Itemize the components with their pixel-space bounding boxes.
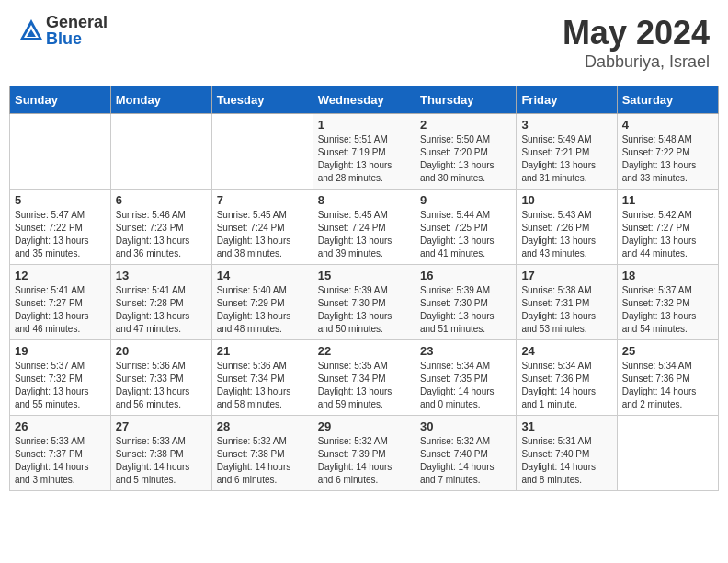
calendar-cell: 11Sunrise: 5:42 AMSunset: 7:27 PMDayligh…: [617, 190, 718, 265]
day-number: 24: [521, 344, 611, 358]
calendar-cell: 17Sunrise: 5:38 AMSunset: 7:31 PMDayligh…: [517, 265, 617, 340]
day-info: Sunrise: 5:32 AMSunset: 7:38 PMDaylight:…: [217, 435, 308, 487]
calendar-cell: 22Sunrise: 5:35 AMSunset: 7:34 PMDayligh…: [313, 340, 415, 416]
day-number: 26: [15, 419, 106, 433]
title-block: May 2024 Dabburiya, Israel: [563, 14, 710, 72]
calendar-week-1: 1Sunrise: 5:51 AMSunset: 7:19 PMDaylight…: [10, 114, 719, 190]
day-info: Sunrise: 5:40 AMSunset: 7:29 PMDaylight:…: [217, 284, 308, 336]
day-number: 20: [116, 344, 207, 358]
day-info: Sunrise: 5:47 AMSunset: 7:22 PMDaylight:…: [15, 209, 106, 260]
calendar-cell: 2Sunrise: 5:50 AMSunset: 7:20 PMDaylight…: [415, 114, 516, 190]
calendar-cell: 20Sunrise: 5:36 AMSunset: 7:33 PMDayligh…: [110, 340, 211, 416]
day-info: Sunrise: 5:42 AMSunset: 7:27 PMDaylight:…: [622, 209, 713, 260]
logo-icon: [18, 17, 44, 43]
day-info: Sunrise: 5:39 AMSunset: 7:30 PMDaylight:…: [420, 284, 511, 336]
header-thursday: Thursday: [415, 86, 516, 114]
day-number: 27: [116, 419, 207, 433]
day-info: Sunrise: 5:34 AMSunset: 7:36 PMDaylight:…: [622, 360, 713, 411]
day-number: 18: [622, 269, 713, 282]
day-info: Sunrise: 5:36 AMSunset: 7:34 PMDaylight:…: [217, 360, 308, 411]
day-info: Sunrise: 5:34 AMSunset: 7:36 PMDaylight:…: [521, 360, 611, 411]
day-info: Sunrise: 5:50 AMSunset: 7:20 PMDaylight:…: [420, 133, 511, 185]
day-info: Sunrise: 5:45 AMSunset: 7:24 PMDaylight:…: [217, 209, 308, 260]
calendar-cell: 6Sunrise: 5:46 AMSunset: 7:23 PMDaylight…: [110, 190, 211, 265]
day-number: 15: [318, 269, 410, 282]
calendar-cell: [617, 416, 718, 491]
calendar-cell: 31Sunrise: 5:31 AMSunset: 7:40 PMDayligh…: [517, 416, 617, 491]
calendar-week-2: 5Sunrise: 5:47 AMSunset: 7:22 PMDaylight…: [10, 190, 719, 265]
day-number: 23: [420, 344, 511, 358]
day-number: 2: [420, 118, 511, 132]
day-info: Sunrise: 5:39 AMSunset: 7:30 PMDaylight:…: [318, 284, 410, 336]
title-location: Dabburiya, Israel: [563, 52, 710, 72]
calendar-cell: 14Sunrise: 5:40 AMSunset: 7:29 PMDayligh…: [211, 265, 313, 340]
day-number: 9: [420, 193, 511, 207]
calendar-table: Sunday Monday Tuesday Wednesday Thursday…: [9, 86, 719, 491]
day-number: 22: [318, 344, 410, 358]
day-info: Sunrise: 5:49 AMSunset: 7:21 PMDaylight:…: [521, 133, 611, 185]
calendar-cell: 29Sunrise: 5:32 AMSunset: 7:39 PMDayligh…: [313, 416, 415, 491]
day-number: 29: [318, 419, 410, 433]
day-number: 7: [217, 193, 308, 207]
day-info: Sunrise: 5:41 AMSunset: 7:28 PMDaylight:…: [116, 284, 207, 336]
calendar-cell: 1Sunrise: 5:51 AMSunset: 7:19 PMDaylight…: [313, 114, 415, 190]
calendar-cell: [110, 114, 211, 190]
day-number: 10: [521, 193, 611, 207]
weekday-header-row: Sunday Monday Tuesday Wednesday Thursday…: [10, 86, 719, 114]
day-number: 4: [622, 118, 713, 132]
day-info: Sunrise: 5:32 AMSunset: 7:39 PMDaylight:…: [318, 435, 410, 487]
day-info: Sunrise: 5:51 AMSunset: 7:19 PMDaylight:…: [318, 133, 410, 185]
day-info: Sunrise: 5:45 AMSunset: 7:24 PMDaylight:…: [318, 209, 410, 260]
title-month: May 2024: [563, 14, 710, 52]
day-number: 31: [521, 419, 611, 433]
calendar-cell: 19Sunrise: 5:37 AMSunset: 7:32 PMDayligh…: [10, 340, 111, 416]
logo-general: General: [46, 14, 108, 30]
header-tuesday: Tuesday: [211, 86, 313, 114]
calendar-cell: 13Sunrise: 5:41 AMSunset: 7:28 PMDayligh…: [110, 265, 211, 340]
header-wednesday: Wednesday: [313, 86, 415, 114]
calendar-cell: 9Sunrise: 5:44 AMSunset: 7:25 PMDaylight…: [415, 190, 516, 265]
calendar-cell: 28Sunrise: 5:32 AMSunset: 7:38 PMDayligh…: [211, 416, 313, 491]
day-number: 11: [622, 193, 713, 207]
logo-blue: Blue: [46, 30, 108, 47]
calendar-cell: 7Sunrise: 5:45 AMSunset: 7:24 PMDaylight…: [211, 190, 313, 265]
calendar-cell: 23Sunrise: 5:34 AMSunset: 7:35 PMDayligh…: [415, 340, 516, 416]
calendar-cell: [211, 114, 313, 190]
day-number: 21: [217, 344, 308, 358]
day-number: 8: [318, 193, 410, 207]
calendar-cell: 24Sunrise: 5:34 AMSunset: 7:36 PMDayligh…: [517, 340, 617, 416]
day-number: 12: [15, 269, 106, 282]
day-number: 6: [116, 193, 207, 207]
logo: General Blue: [18, 14, 108, 47]
calendar-cell: 21Sunrise: 5:36 AMSunset: 7:34 PMDayligh…: [211, 340, 313, 416]
day-info: Sunrise: 5:43 AMSunset: 7:26 PMDaylight:…: [521, 209, 611, 260]
calendar-cell: 30Sunrise: 5:32 AMSunset: 7:40 PMDayligh…: [415, 416, 516, 491]
day-number: 14: [217, 269, 308, 282]
day-number: 28: [217, 419, 308, 433]
day-info: Sunrise: 5:32 AMSunset: 7:40 PMDaylight:…: [420, 435, 511, 487]
calendar-cell: [10, 114, 111, 190]
day-number: 17: [521, 269, 611, 282]
day-number: 25: [622, 344, 713, 358]
calendar-cell: 10Sunrise: 5:43 AMSunset: 7:26 PMDayligh…: [517, 190, 617, 265]
calendar-cell: 3Sunrise: 5:49 AMSunset: 7:21 PMDaylight…: [517, 114, 617, 190]
day-info: Sunrise: 5:44 AMSunset: 7:25 PMDaylight:…: [420, 209, 511, 260]
day-info: Sunrise: 5:33 AMSunset: 7:38 PMDaylight:…: [116, 435, 207, 487]
calendar-cell: 15Sunrise: 5:39 AMSunset: 7:30 PMDayligh…: [313, 265, 415, 340]
header-saturday: Saturday: [617, 86, 718, 114]
calendar-cell: 16Sunrise: 5:39 AMSunset: 7:30 PMDayligh…: [415, 265, 516, 340]
header-friday: Friday: [517, 86, 617, 114]
day-info: Sunrise: 5:37 AMSunset: 7:32 PMDaylight:…: [15, 360, 106, 411]
page-header: General Blue May 2024 Dabburiya, Israel: [9, 9, 719, 76]
day-number: 30: [420, 419, 511, 433]
day-number: 3: [521, 118, 611, 132]
day-info: Sunrise: 5:41 AMSunset: 7:27 PMDaylight:…: [15, 284, 106, 336]
calendar-cell: 26Sunrise: 5:33 AMSunset: 7:37 PMDayligh…: [10, 416, 111, 491]
logo-text: General Blue: [46, 14, 108, 47]
day-info: Sunrise: 5:37 AMSunset: 7:32 PMDaylight:…: [622, 284, 713, 336]
header-sunday: Sunday: [10, 86, 111, 114]
calendar-week-5: 26Sunrise: 5:33 AMSunset: 7:37 PMDayligh…: [10, 416, 719, 491]
day-number: 16: [420, 269, 511, 282]
day-number: 1: [318, 118, 410, 132]
day-info: Sunrise: 5:48 AMSunset: 7:22 PMDaylight:…: [622, 133, 713, 185]
